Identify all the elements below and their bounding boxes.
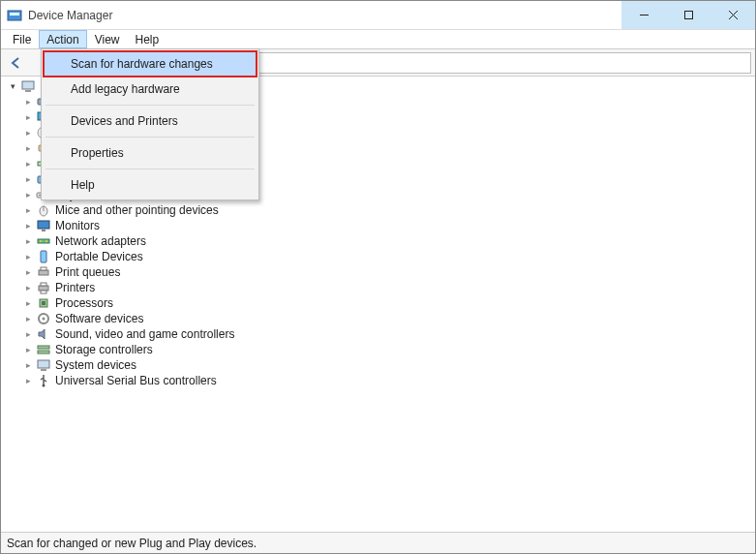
expander-icon[interactable] [22, 127, 34, 138]
titlebar: Device Manager [1, 1, 755, 30]
svg-rect-41 [41, 369, 46, 371]
expander-icon[interactable] [22, 251, 34, 262]
menu-item-help[interactable]: Help [44, 172, 257, 198]
tree-item-label: Monitors [55, 219, 100, 232]
tree-item-mouse[interactable]: Mice and other pointing devices [5, 202, 755, 218]
expander-icon[interactable] [22, 96, 34, 108]
expander-icon[interactable] [22, 282, 34, 293]
svg-rect-39 [38, 351, 49, 354]
app-icon [7, 8, 22, 23]
tree-item-label: Printers [55, 281, 95, 294]
svg-rect-40 [38, 360, 49, 368]
expander-icon[interactable] [22, 204, 34, 216]
tree-item-usb[interactable]: Universal Serial Bus controllers [5, 373, 755, 388]
tree-item-software[interactable]: Software devices [5, 311, 755, 326]
menu-separator [45, 137, 255, 138]
svg-point-26 [40, 240, 42, 242]
svg-rect-25 [38, 239, 49, 243]
tree-item-label: Storage controllers [55, 343, 153, 356]
expander-icon[interactable] [22, 313, 34, 324]
tree-item-label: System devices [55, 358, 136, 372]
tree-item-label: Sound, video and game controllers [55, 327, 234, 341]
tree-item-storage[interactable]: Storage controllers [5, 342, 755, 357]
svg-rect-38 [38, 346, 49, 349]
svg-rect-23 [38, 221, 49, 229]
tree-item-label: Processors [55, 296, 113, 310]
portable-icon [36, 249, 51, 264]
menu-item-add-legacy-hardware[interactable]: Add legacy hardware [44, 77, 257, 102]
menu-action[interactable]: Action [39, 30, 86, 48]
expander-icon[interactable] [22, 375, 34, 386]
statusbar: Scan for changed or new Plug and Play de… [1, 532, 755, 553]
tree-item-label: Software devices [55, 312, 143, 325]
expander-icon[interactable] [22, 173, 34, 185]
menu-view[interactable]: View [87, 30, 128, 48]
tree-item-network[interactable]: Network adapters [5, 233, 755, 249]
expander-icon[interactable] [22, 344, 34, 355]
network-icon [36, 233, 51, 249]
usb-icon [36, 373, 51, 388]
svg-rect-29 [39, 270, 48, 275]
tree-item-printq[interactable]: Print queues [5, 264, 755, 280]
expander-icon[interactable] [22, 142, 34, 154]
svg-rect-33 [41, 291, 46, 293]
tree-item-system[interactable]: System devices [5, 357, 755, 373]
svg-rect-7 [25, 90, 31, 92]
svg-rect-3 [684, 12, 692, 19]
expander-icon[interactable] [22, 359, 34, 371]
maximize-button[interactable] [666, 1, 711, 29]
tree-item-sound[interactable]: Sound, video and game controllers [5, 326, 755, 342]
tree-item-label: Mice and other pointing devices [55, 203, 219, 217]
menu-separator [45, 169, 255, 169]
expander-icon[interactable] [22, 266, 34, 278]
menu-item-devices-and-printers[interactable]: Devices and Printers [44, 108, 257, 134]
expander-icon[interactable] [7, 80, 18, 92]
menu-separator [45, 105, 255, 106]
menubar: File Action View Help [1, 30, 755, 49]
minimize-button[interactable] [621, 1, 666, 29]
cpu-icon [36, 295, 51, 311]
close-button[interactable] [711, 1, 755, 29]
mouse-icon [36, 202, 51, 218]
back-button[interactable] [5, 51, 28, 75]
tree-item-label: Network adapters [55, 234, 146, 248]
computer-icon [20, 78, 36, 94]
svg-rect-31 [39, 286, 48, 291]
svg-rect-1 [10, 13, 19, 15]
expander-icon[interactable] [22, 297, 34, 309]
tree-item-label: Portable Devices [55, 250, 143, 263]
svg-point-37 [43, 318, 45, 321]
statusbar-text: Scan for changed or new Plug and Play de… [7, 537, 257, 550]
tree-item-cpu[interactable]: Processors [5, 295, 755, 311]
window-title: Device Manager [28, 9, 112, 22]
system-icon [36, 357, 51, 373]
expander-icon[interactable] [22, 189, 34, 200]
expander-icon[interactable] [22, 158, 34, 169]
expander-icon[interactable] [22, 220, 34, 231]
monitor-icon [36, 218, 51, 233]
svg-rect-32 [41, 283, 46, 286]
tree-item-label: Print queues [55, 265, 120, 279]
svg-rect-35 [42, 301, 45, 305]
window-controls [621, 1, 755, 29]
svg-rect-30 [41, 267, 46, 270]
sound-icon [36, 326, 51, 342]
tree-item-printer[interactable]: Printers [5, 280, 755, 295]
tree-item-label: Universal Serial Bus controllers [55, 374, 217, 387]
svg-point-42 [43, 385, 45, 387]
menu-file[interactable]: File [5, 30, 39, 48]
menu-item-scan-for-hardware-changes[interactable]: Scan for hardware changes [44, 51, 257, 77]
software-icon [36, 311, 51, 326]
svg-rect-6 [22, 81, 34, 89]
tree-item-portable[interactable]: Portable Devices [5, 249, 755, 264]
printer-icon [36, 280, 51, 295]
tree-item-monitor[interactable]: Monitors [5, 218, 755, 233]
svg-point-27 [45, 240, 47, 242]
expander-icon[interactable] [22, 235, 34, 247]
action-menu-dropdown: Scan for hardware changesAdd legacy hard… [41, 48, 259, 200]
expander-icon[interactable] [22, 111, 34, 123]
menu-help[interactable]: Help [128, 30, 167, 48]
svg-rect-24 [42, 230, 45, 231]
expander-icon[interactable] [22, 328, 34, 340]
menu-item-properties[interactable]: Properties [44, 140, 257, 166]
